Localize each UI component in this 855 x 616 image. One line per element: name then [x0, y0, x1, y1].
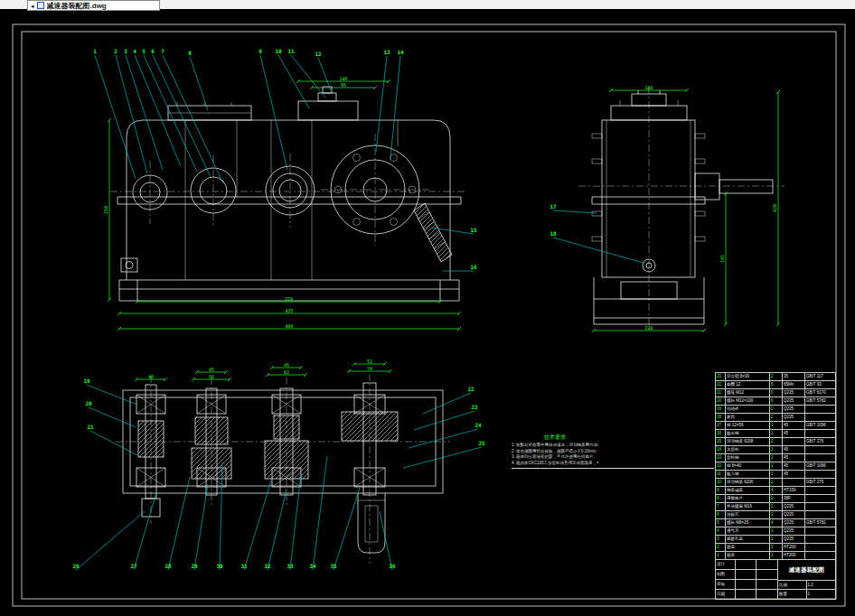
signature-row: 审核: [716, 580, 777, 590]
callout-number: 13: [383, 49, 390, 55]
bom-cell: [783, 479, 805, 486]
signature-cell: [736, 560, 756, 569]
housing: [602, 120, 695, 277]
bom-cell: GB/T 1096: [805, 422, 835, 429]
bom-row: 3观察孔盖1Q235: [716, 536, 835, 544]
leader-line: [134, 492, 156, 570]
bom-cell: 螺栓 M12×100: [726, 397, 770, 405]
leader-line: [194, 484, 208, 570]
callout-number: 2: [114, 48, 117, 54]
callout-number: 14: [397, 49, 404, 55]
bom-cell: 2: [770, 406, 783, 413]
signature-cell: [756, 590, 777, 599]
bom-cell: 通气器: [726, 527, 770, 535]
bom-row: 12键 8×40145GB/T 1096: [716, 462, 835, 471]
bom-cell: 2: [770, 373, 783, 380]
bom-cell: Q235: [783, 406, 805, 413]
bom-row: 6油标尺1Q235: [716, 511, 835, 519]
callout-number: 33: [287, 563, 294, 569]
bom-cell: 1: [770, 544, 783, 551]
centerlines: [578, 87, 785, 332]
bom-cell: GB/T 276: [805, 438, 835, 445]
note-line: 4. 箱内装CKC100工业齿轮油至规定油面高度，空载试运转2小时。: [512, 461, 598, 467]
leader-line: [414, 411, 474, 430]
callout-number: 3: [124, 48, 127, 54]
rib-lines: [185, 120, 398, 280]
bom-cell: 7: [716, 503, 726, 510]
bom-cell: 1: [770, 511, 783, 518]
bom-cell: 1: [770, 430, 783, 437]
callout-number: 21: [87, 424, 94, 430]
bom-cell: Q235: [783, 527, 805, 535]
bom-cell: GB/T 276: [805, 479, 835, 486]
gears: [138, 412, 398, 479]
cad-window: ◂ 减速器装配图.dwg: [0, 0, 855, 616]
bom-cell: 45: [783, 471, 805, 478]
callout-number: 29: [191, 563, 198, 569]
callout-number: 36: [389, 563, 396, 569]
signature-grid: 设计制图审核日期: [716, 560, 777, 599]
leader-line: [290, 473, 301, 570]
leader-line: [291, 55, 325, 98]
bom-cell: 挡油环: [726, 406, 770, 413]
drawing-tab[interactable]: ◂ 减速器装配图.dwg: [27, 0, 160, 11]
callout-number: 8: [188, 50, 192, 56]
bom-cell: 2: [770, 438, 783, 445]
leader-line: [190, 57, 208, 110]
flange-bolts: [592, 134, 705, 241]
signature-cell: 日期: [716, 590, 736, 599]
bom-cell: 2: [770, 495, 783, 502]
bom-cell: 6: [716, 511, 726, 518]
bom-cell: 键 12×56: [726, 422, 770, 429]
parting-flange: [592, 197, 705, 204]
bom-cell: 观察孔盖: [726, 536, 770, 543]
leader-line: [87, 385, 137, 405]
drawing-title: 减速器装配图: [778, 560, 835, 581]
bom-cell: 调整垫片: [726, 495, 770, 502]
bom-cell: 35: [783, 373, 805, 380]
bom-row: 23定位销 8×30235GB/T 117: [716, 373, 835, 381]
callout-number: 16: [470, 264, 477, 270]
bom-cell: [805, 430, 835, 437]
signature-cell: 审核: [716, 580, 736, 589]
bom-row: 5螺栓 M8×254Q235GB/T 5782: [716, 519, 835, 527]
dimension-label: 40: [148, 374, 154, 379]
signature-cell: [736, 590, 756, 599]
callout-number: 35: [330, 563, 337, 569]
bom-cell: [805, 552, 835, 559]
bom-table: 23定位销 8×30235GB/T 11722垫圈 12665MnGB/T 93…: [715, 372, 836, 600]
callout-number: 11: [287, 48, 295, 54]
bom-cell: 14: [716, 446, 726, 453]
bom-cell: 2: [770, 479, 783, 486]
bom-cell: [805, 446, 835, 453]
leader-line: [89, 407, 136, 427]
bom-cell: GB/T 6170: [805, 389, 835, 397]
callout-number: 6: [151, 48, 155, 54]
tab-scroll-left-icon[interactable]: ◂: [31, 3, 34, 9]
signature-cell: 制图: [716, 570, 736, 579]
signature-cell: [756, 560, 777, 569]
bom-cell: 1: [770, 471, 783, 478]
bom-cell: GB/T 5782: [805, 519, 835, 527]
bom-cell: 19: [716, 406, 726, 413]
drawing-canvas[interactable]: 1234567891011121314151617181920212223242…: [0, 9, 855, 616]
bearing-cap: [695, 173, 719, 200]
annotations: 1234567891011121314151617181920212223242…: [72, 48, 780, 570]
bom-cell: 45: [783, 446, 805, 453]
bom-cell: 45: [783, 430, 805, 437]
leader-line: [144, 55, 197, 172]
bom-cell: Q235: [783, 511, 805, 518]
oil-gauge: [414, 203, 452, 262]
drain-plug: [121, 258, 137, 272]
bom-cell: 11: [716, 471, 726, 478]
bom-cell: 45: [783, 422, 805, 429]
bom-cell: 45: [783, 454, 805, 462]
bom-cell: 8: [716, 495, 726, 502]
bom-cell: 1: [770, 446, 783, 453]
notes-title: 技术要求: [512, 434, 598, 442]
bom-row: 15滚动轴承 62082GB/T 276: [716, 438, 835, 446]
scale-label: 比例: [778, 581, 807, 590]
dimension-label: 56: [209, 374, 214, 379]
bom-cell: GB/T 1096: [805, 462, 835, 470]
bom-row: 20螺栓 M12×1006Q235GB/T 5782: [716, 397, 835, 406]
